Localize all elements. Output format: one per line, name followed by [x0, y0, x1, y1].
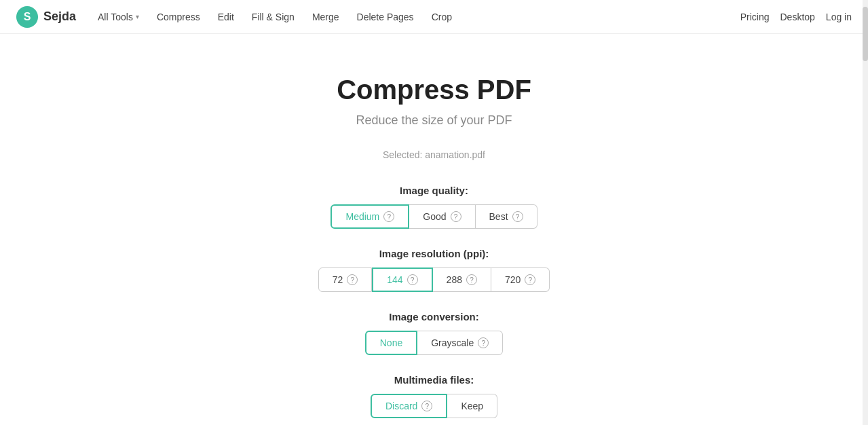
nav-merge[interactable]: Merge: [304, 7, 347, 26]
nav-desktop[interactable]: Desktop: [780, 12, 814, 22]
quality-best-button[interactable]: Best ?: [476, 204, 537, 229]
multimedia-discard-help-icon[interactable]: ?: [421, 401, 432, 411]
image-quality-label: Image quality:: [400, 185, 468, 196]
multimedia-files-label: Multimedia files:: [394, 374, 474, 386]
image-resolution-group: Image resolution (ppi): 72 ? 144 ? 288 ?…: [318, 248, 550, 292]
nav-pricing[interactable]: Pricing: [740, 12, 770, 22]
nav-edit[interactable]: Edit: [210, 7, 242, 26]
logo-name: Sejda: [43, 10, 76, 24]
nav-delete-pages[interactable]: Delete Pages: [349, 7, 422, 26]
conversion-none-button[interactable]: None: [365, 331, 417, 355]
page-subtitle: Reduce the size of your PDF: [356, 113, 512, 128]
resolution-720-button[interactable]: 720 ?: [491, 267, 550, 292]
options-section: Image quality: Medium ? Good ? Best ? Im…: [0, 185, 868, 418]
quality-medium-help-icon[interactable]: ?: [383, 211, 394, 222]
resolution-72-help-icon[interactable]: ?: [347, 274, 358, 285]
multimedia-discard-button[interactable]: Discard ?: [371, 394, 447, 418]
logo-icon: S: [16, 6, 38, 28]
image-conversion-label: Image conversion:: [389, 311, 479, 322]
quality-best-help-icon[interactable]: ?: [512, 211, 523, 222]
main-content: Compress PDF Reduce the size of your PDF…: [0, 34, 868, 425]
multimedia-keep-button[interactable]: Keep: [447, 394, 497, 418]
nav-fill-sign[interactable]: Fill & Sign: [244, 7, 303, 26]
resolution-288-button[interactable]: 288 ?: [433, 267, 491, 292]
resolution-72-button[interactable]: 72 ?: [318, 267, 373, 292]
selected-file: Selected: anamation.pdf: [383, 149, 485, 160]
image-quality-buttons: Medium ? Good ? Best ?: [331, 204, 537, 229]
nav-compress[interactable]: Compress: [149, 7, 208, 26]
scrollbar[interactable]: [863, 0, 868, 425]
image-resolution-label: Image resolution (ppi):: [379, 248, 489, 259]
multimedia-files-buttons: Discard ? Keep: [371, 394, 497, 418]
image-conversion-group: Image conversion: None Grayscale ?: [365, 311, 504, 355]
logo[interactable]: S Sejda: [16, 6, 76, 28]
quality-good-button[interactable]: Good ?: [409, 204, 475, 229]
page-title: Compress PDF: [337, 75, 531, 105]
quality-medium-button[interactable]: Medium ?: [331, 204, 409, 229]
conversion-grayscale-button[interactable]: Grayscale ?: [417, 331, 503, 355]
scrollbar-thumb[interactable]: [863, 7, 868, 61]
nav-right: Pricing Desktop Log in: [740, 12, 852, 22]
nav-login[interactable]: Log in: [826, 12, 852, 22]
chevron-down-icon: ▾: [136, 13, 139, 20]
conversion-grayscale-help-icon[interactable]: ?: [478, 337, 489, 348]
resolution-720-help-icon[interactable]: ?: [525, 274, 535, 285]
image-conversion-buttons: None Grayscale ?: [365, 331, 504, 355]
nav-crop[interactable]: Crop: [423, 7, 460, 26]
multimedia-files-group: Multimedia files: Discard ? Keep: [371, 374, 497, 418]
quality-good-help-icon[interactable]: ?: [451, 211, 461, 222]
resolution-144-help-icon[interactable]: ?: [407, 274, 418, 285]
navbar: S Sejda All Tools ▾ Compress Edit Fill &…: [0, 0, 868, 34]
nav-links: All Tools ▾ Compress Edit Fill & Sign Me…: [90, 7, 740, 26]
resolution-288-help-icon[interactable]: ?: [466, 274, 477, 285]
image-resolution-buttons: 72 ? 144 ? 288 ? 720 ?: [318, 267, 550, 292]
nav-all-tools[interactable]: All Tools ▾: [90, 7, 147, 26]
image-quality-group: Image quality: Medium ? Good ? Best ?: [331, 185, 537, 229]
resolution-144-button[interactable]: 144 ?: [372, 267, 432, 292]
